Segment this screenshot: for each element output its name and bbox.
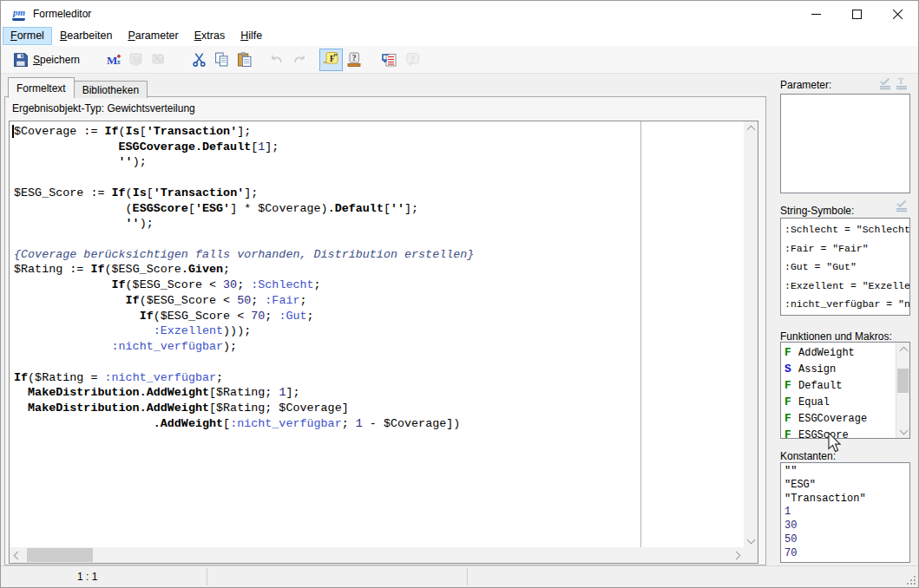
svg-text:T: T (898, 76, 904, 86)
question-block-icon: ? (346, 51, 363, 68)
constant-item[interactable]: 30 (784, 519, 909, 533)
scroll-corner (744, 547, 758, 563)
maximize-button[interactable] (837, 1, 877, 27)
function-item[interactable]: FDefault (784, 377, 896, 394)
function-item[interactable]: FESGCoverage (784, 410, 896, 427)
mouse-cursor (825, 432, 841, 454)
function-badge-icon: F (784, 346, 798, 359)
functions-listbox[interactable]: FAddWeightSAssignFDefaultFEqualFESGCover… (780, 342, 910, 439)
redo-button (288, 49, 311, 71)
menu-bearbeiten[interactable]: Bearbeiten (52, 27, 120, 45)
menu-extras[interactable]: Extras (187, 27, 233, 45)
tabstrip: Formeltext Bibliotheken (8, 77, 148, 98)
copy-button[interactable] (210, 49, 233, 71)
macro-edit-button: M (125, 49, 148, 71)
resize-grip[interactable] (905, 574, 916, 585)
svg-text:?: ? (410, 54, 415, 62)
parameter-listbox[interactable] (780, 94, 910, 193)
insert-text-icon[interactable]: T (895, 76, 909, 90)
functions-label: Funktionen und Makros: (780, 330, 892, 343)
statusbar: 1 : 1 (1, 565, 918, 587)
string-symbol-item[interactable]: :Exzellent = "Exzellent" (784, 277, 909, 296)
function-name: AddWeight (798, 347, 855, 359)
string-symbol-item[interactable]: :nicht_verfügbar = "nicht_verfügbar" (784, 295, 909, 314)
functions-scroll-down[interactable] (896, 424, 910, 438)
functions-scroll-thumb[interactable] (897, 369, 909, 393)
help-button: ? (402, 49, 424, 71)
string-symbols-listbox[interactable]: :Schlecht = "Schlecht":Fair = "Fair":Gut… (780, 218, 910, 316)
editor-margin-line (640, 121, 641, 547)
string-symbol-item[interactable]: :Gut = "Gut" (784, 258, 909, 277)
menubar: FormelBearbeitenParameterExtrasHilfe (1, 27, 918, 46)
cut-button[interactable] (187, 49, 210, 71)
scroll-left-arrow[interactable] (10, 548, 23, 562)
close-icon (893, 10, 903, 19)
symbol-badge-icon: S (784, 363, 798, 376)
save-button[interactable]: Speichern (10, 49, 83, 71)
maximize-icon (852, 10, 862, 19)
scissors-icon (192, 52, 207, 67)
constant-item[interactable]: "Transaction" (784, 493, 909, 506)
scroll-up-arrow[interactable] (744, 121, 758, 135)
editor-vscrollbar[interactable] (744, 121, 758, 547)
constant-item[interactable]: "" (784, 465, 909, 479)
scroll-down-arrow[interactable] (744, 533, 758, 547)
constant-item[interactable]: "ESG" (784, 479, 909, 493)
svg-text:?: ? (352, 54, 357, 62)
copy-pages-icon (214, 52, 229, 67)
functions-scrollbar[interactable] (896, 343, 909, 438)
constant-item[interactable]: 50 (784, 533, 909, 547)
syntax-check-button[interactable]: ? (343, 49, 366, 71)
function-item[interactable]: FEqual (784, 394, 896, 410)
formeleditor-window: pm Formeleditor FormelBearbeitenParamete… (0, 0, 919, 588)
window-title: Formeleditor (33, 8, 91, 20)
menu-formel[interactable]: Formel (3, 27, 52, 45)
formula-quotes-icon: F"" (323, 51, 339, 68)
function-name: Default (798, 380, 842, 392)
function-badge-icon: F (784, 395, 798, 408)
string-symbols-toggle-button[interactable]: F"" (319, 49, 343, 71)
paste-button[interactable] (233, 49, 255, 71)
scroll-right-arrow[interactable] (730, 548, 744, 562)
string-symbol-item[interactable]: :Fair = "Fair" (784, 239, 909, 258)
formula-code[interactable]: $Coverage := If(Is['Transaction']; ESGCo… (14, 124, 742, 546)
string-symbol-item[interactable]: :Schlecht = "Schlecht" (784, 220, 909, 239)
macro-delete-button: M (148, 49, 170, 71)
constant-item[interactable]: 70 (784, 547, 909, 561)
constant-item[interactable]: 1 (784, 506, 909, 519)
tab-formeltext[interactable]: Formeltext (8, 77, 75, 98)
insert-from-library-button[interactable] (378, 49, 402, 71)
formula-editor[interactable]: $Coverage := If(Is['Transaction']; ESGCo… (9, 121, 758, 564)
close-button[interactable] (877, 1, 918, 27)
toolbar: SpeichernMMMF""?? (1, 46, 918, 74)
functions-scroll-up[interactable] (896, 343, 910, 356)
parameter-label: Parameter: (780, 79, 831, 91)
function-badge-icon: F (784, 428, 798, 439)
floppy-disk-icon (13, 52, 29, 68)
insert-check-icon[interactable] (878, 76, 892, 90)
parameter-panel-icons: T (878, 76, 909, 90)
svg-text:": " (334, 52, 338, 61)
macro-delete-icon: M (151, 52, 167, 68)
undo-button (266, 49, 288, 71)
macro-new-button[interactable]: M (102, 49, 125, 71)
function-item[interactable]: SAssign (784, 361, 896, 377)
macro-edit-icon: M (128, 52, 144, 68)
insert-symbol-icon[interactable] (895, 199, 909, 212)
minimize-button[interactable] (796, 1, 837, 27)
formeltext-page: Ergebnisobjekt-Typ: Gewichtsverteilung $… (4, 96, 766, 565)
string-symbols-panel-icons (895, 199, 909, 212)
menu-parameter[interactable]: Parameter (120, 27, 186, 45)
string-symbols-label: String-Symbole: (780, 205, 854, 217)
function-name: Assign (798, 363, 836, 376)
hscroll-thumb[interactable] (27, 548, 93, 562)
tab-bibliotheken[interactable]: Bibliotheken (75, 81, 148, 98)
editor-hscrollbar[interactable] (10, 547, 744, 563)
constants-listbox[interactable]: """ESG""Transaction"1305070 (780, 462, 910, 563)
menu-hilfe[interactable]: Hilfe (233, 27, 270, 45)
question-bubble-icon: ? (405, 52, 421, 68)
function-name: Equal (798, 396, 830, 408)
function-item[interactable]: FAddWeight (784, 344, 896, 361)
svg-text:": " (324, 60, 327, 69)
undo-arrow-icon (269, 53, 285, 67)
